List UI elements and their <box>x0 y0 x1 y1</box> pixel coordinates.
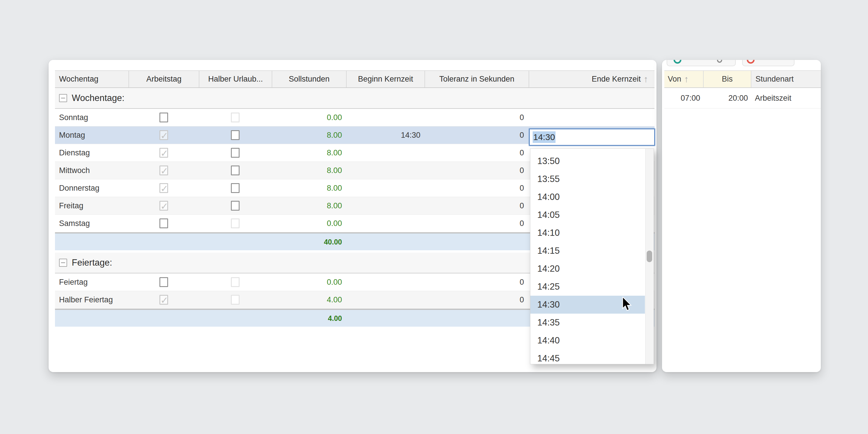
bis-value: 20:00 <box>703 88 751 108</box>
secondary-circle-icon <box>717 60 722 63</box>
beginn-kernzeit-value <box>346 179 425 197</box>
column-header-bis[interactable]: Bis <box>703 71 751 87</box>
sollstunden-value: 8.00 <box>272 126 346 144</box>
toleranz-value: 0 <box>425 273 529 291</box>
toleranz-value: 0 <box>425 144 529 161</box>
hours-panel-card: Von ↑ Bis Stundenart 07:00 20:00 Arbeits… <box>662 60 821 372</box>
column-header-beginn-kernzeit[interactable]: Beginn Kernzeit <box>346 71 425 87</box>
column-header-toleranz[interactable]: Toleranz in Sekunden <box>425 71 529 87</box>
arbeitstag-checkbox-cell <box>128 291 199 308</box>
beginn-kernzeit-value <box>346 144 425 161</box>
cancel-button-clipped[interactable] <box>742 60 795 66</box>
schedule-row-sonntag[interactable]: Sonntag0.000 <box>55 109 654 126</box>
ende-kernzeit-editor-input[interactable]: 14:30 <box>529 128 655 146</box>
halber-urlaub-checkbox[interactable] <box>231 148 240 158</box>
halber-urlaub-checkbox-cell <box>199 215 272 232</box>
weekday-label: Donnerstag <box>55 179 128 197</box>
selected-text: 14:30 <box>533 131 556 143</box>
halber-urlaub-checkbox-cell <box>199 162 272 179</box>
halber-urlaub-checkbox-cell <box>199 144 272 161</box>
dropdown-scrollbar-thumb[interactable] <box>647 251 652 262</box>
weekday-label: Halber Feiertag <box>55 291 128 308</box>
beginn-kernzeit-value: 14:30 <box>346 126 425 144</box>
weekday-label: Dienstag <box>55 144 128 161</box>
von-value: 07:00 <box>664 88 703 108</box>
column-header-stundenart[interactable]: Stundenart <box>751 71 821 87</box>
sollstunden-sum-value: 40.00 <box>324 238 342 246</box>
halber-urlaub-checkbox <box>231 277 240 287</box>
halber-urlaub-checkbox[interactable] <box>231 201 240 211</box>
arbeitstag-checkbox-cell <box>128 126 199 144</box>
hours-table: Von ↑ Bis Stundenart 07:00 20:00 Arbeits… <box>664 70 821 108</box>
weekday-label: Freitag <box>55 197 128 214</box>
sollstunden-sum-cell: 40.00 <box>55 238 346 246</box>
arbeitstag-checkbox-cell <box>128 273 199 291</box>
time-option-1425[interactable]: 14:25 <box>530 278 645 296</box>
arbeitstag-checkbox <box>159 183 168 193</box>
weekday-label: Samstag <box>55 215 128 232</box>
sollstunden-value: 0.00 <box>272 273 346 291</box>
sollstunden-value: 8.00 <box>272 144 346 161</box>
halber-urlaub-checkbox[interactable] <box>231 183 240 193</box>
halber-urlaub-checkbox <box>231 218 240 228</box>
weekday-label: Mittwoch <box>55 162 128 179</box>
time-option-1430[interactable]: 14:30 <box>530 296 645 314</box>
time-option-1410[interactable]: 14:10 <box>530 224 645 242</box>
time-option-1405[interactable]: 14:05 <box>530 206 645 224</box>
sort-ascending-icon: ↑ <box>644 74 648 85</box>
column-header-label: Ende Kernzeit <box>592 75 641 84</box>
time-option-partial[interactable]: 13:45 <box>530 148 645 152</box>
stundenart-value: Arbeitszeit <box>751 88 821 108</box>
collapse-group-icon[interactable] <box>59 94 67 102</box>
sollstunden-value: 0.00 <box>272 109 346 126</box>
column-header-arbeitstag[interactable]: Arbeitstag <box>128 71 199 87</box>
halber-urlaub-checkbox[interactable] <box>231 130 240 140</box>
dropdown-scrollbar[interactable] <box>645 149 654 364</box>
time-option-1435[interactable]: 14:35 <box>530 314 645 332</box>
weekday-label: Feiertag <box>55 273 128 291</box>
ende-kernzeit-cell[interactable] <box>529 109 654 126</box>
arbeitstag-checkbox[interactable] <box>159 218 168 228</box>
time-option-1445[interactable]: 14:45 <box>530 349 645 364</box>
beginn-kernzeit-value <box>346 273 425 291</box>
time-option-1440[interactable]: 14:40 <box>530 332 645 349</box>
section-header-wochentage[interactable]: Wochentage: <box>55 88 654 109</box>
toleranz-value: 0 <box>425 215 529 232</box>
arbeitstag-checkbox <box>159 295 168 305</box>
time-option-1400[interactable]: 14:00 <box>530 188 645 206</box>
toleranz-value: 0 <box>425 109 529 126</box>
section-label: Wochentage: <box>72 93 124 103</box>
arbeitstag-checkbox-cell <box>128 162 199 179</box>
column-header-ende-kernzeit[interactable]: Ende Kernzeit ↑ <box>529 71 654 87</box>
beginn-kernzeit-value <box>346 162 425 179</box>
time-option-1415[interactable]: 14:15 <box>530 242 645 260</box>
toleranz-value: 0 <box>425 162 529 179</box>
time-option-1355[interactable]: 13:55 <box>530 170 645 188</box>
sollstunden-sum-value: 4.00 <box>328 314 342 322</box>
collapse-group-icon[interactable] <box>59 259 67 267</box>
column-header-sollstunden[interactable]: Sollstunden <box>272 71 346 87</box>
toleranz-value: 0 <box>425 126 529 144</box>
save-button-clipped[interactable] <box>666 60 736 66</box>
arbeitstag-checkbox[interactable] <box>159 277 168 287</box>
sollstunden-value: 0.00 <box>272 215 346 232</box>
arbeitstag-checkbox <box>159 148 168 158</box>
time-option-1350[interactable]: 13:50 <box>530 152 645 170</box>
column-header-wochentag[interactable]: Wochentag <box>55 71 128 87</box>
arbeitstag-checkbox <box>159 130 168 140</box>
time-option-list: 13:45 13:5013:5514:0014:0514:1014:1514:2… <box>530 148 654 364</box>
column-header-von[interactable]: Von ↑ <box>664 71 703 87</box>
weekday-label: Sonntag <box>55 109 128 126</box>
halber-urlaub-checkbox-cell <box>199 291 272 308</box>
column-header-halber-urlaub[interactable]: Halber Urlaub... <box>199 71 272 87</box>
arbeitstag-checkbox-cell <box>128 179 199 197</box>
arbeitstag-checkbox[interactable] <box>159 113 168 122</box>
sollstunden-value: 8.00 <box>272 197 346 214</box>
arbeitstag-checkbox <box>159 165 168 175</box>
halber-urlaub-checkbox[interactable] <box>231 165 240 175</box>
cancel-circle-icon <box>747 60 754 64</box>
arbeitstag-checkbox-cell <box>128 215 199 232</box>
weekday-label: Montag <box>55 126 128 144</box>
hours-row[interactable]: 07:00 20:00 Arbeitszeit <box>664 88 821 108</box>
time-option-1420[interactable]: 14:20 <box>530 260 645 278</box>
